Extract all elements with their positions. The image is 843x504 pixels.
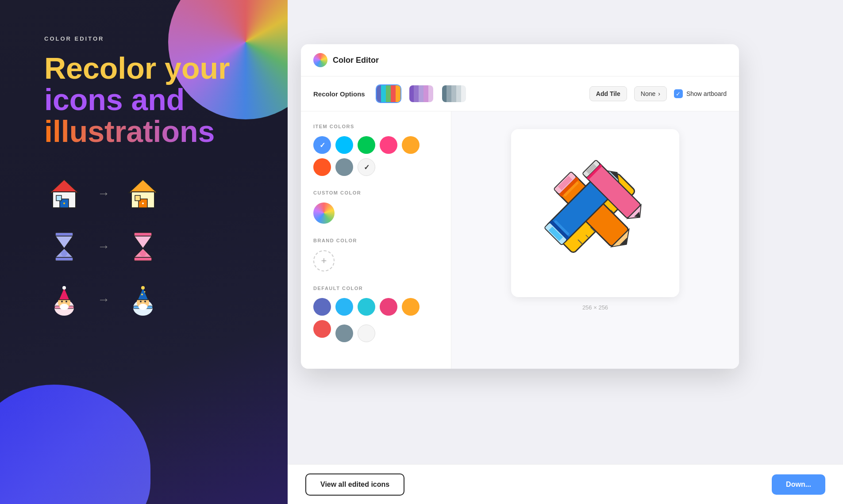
default-swatch-gray[interactable] xyxy=(335,325,353,342)
svg-point-19 xyxy=(140,250,146,256)
svg-point-25 xyxy=(61,301,63,302)
none-dropdown[interactable]: None › xyxy=(634,86,667,101)
svg-point-35 xyxy=(140,301,142,302)
custom-color-picker[interactable] xyxy=(313,202,335,224)
svg-rect-10 xyxy=(55,233,73,236)
svg-marker-0 xyxy=(50,179,78,193)
svg-rect-9 xyxy=(135,195,140,201)
preview-size-label: 256 × 256 xyxy=(582,304,608,311)
arrow-3: → xyxy=(97,293,110,307)
bottom-bar: View all edited icons Down... xyxy=(288,464,843,504)
svg-marker-12 xyxy=(55,236,73,248)
custom-color-label: CUSTOM COLOR xyxy=(313,190,439,195)
recolor-option-gray[interactable] xyxy=(441,84,467,103)
window-body: ITEM COLORS CUSTOM COLOR BRAND COLOR + xyxy=(301,111,739,369)
default-swatch-pink[interactable] xyxy=(380,298,397,316)
pencils-ruler-svg xyxy=(524,142,666,284)
window-header: Color Editor xyxy=(301,44,739,76)
swatch-white[interactable] xyxy=(358,158,375,176)
icon-row-hourglass: → xyxy=(44,227,261,267)
brand-color-label: BRAND COLOR xyxy=(313,238,439,243)
svg-marker-5 xyxy=(129,179,157,193)
show-artboard-checkbox[interactable]: ✓ xyxy=(674,89,683,98)
icon-row-house: → xyxy=(44,174,261,214)
icon-house-after xyxy=(123,174,163,214)
default-swatch-blue[interactable] xyxy=(335,298,353,316)
svg-point-26 xyxy=(65,301,67,302)
svg-point-27 xyxy=(60,304,69,310)
swatch-blue[interactable] xyxy=(313,136,331,154)
svg-rect-8 xyxy=(142,202,144,204)
window-toolbar: Recolor Options xyxy=(301,76,739,111)
color-editor-window: Color Editor Recolor Options xyxy=(301,44,739,369)
chevron-right-icon: › xyxy=(658,90,660,97)
download-button[interactable]: Down... xyxy=(772,474,825,495)
show-artboard-label: Show artboard xyxy=(686,90,727,97)
svg-point-34 xyxy=(144,291,146,293)
left-panel: COLOR EDITOR Recolor your icons and illu… xyxy=(0,0,288,504)
headline-word-icons-and: icons and xyxy=(44,83,185,116)
color-panel: ITEM COLORS CUSTOM COLOR BRAND COLOR + xyxy=(301,111,451,369)
swatch-orange[interactable] xyxy=(402,136,420,154)
headline: Recolor your icons and illustrations xyxy=(44,53,261,147)
default-swatch-red[interactable] xyxy=(313,320,331,338)
svg-rect-11 xyxy=(55,257,73,261)
svg-point-32 xyxy=(141,286,145,290)
view-all-edited-icons-button[interactable]: View all edited icons xyxy=(305,473,404,496)
right-panel: Color Editor Recolor Options xyxy=(288,0,843,504)
show-artboard-wrap[interactable]: ✓ Show artboard xyxy=(674,89,727,98)
swatch-pink[interactable] xyxy=(380,136,397,154)
svg-point-14 xyxy=(61,250,67,256)
icon-examples: → xyxy=(44,174,261,320)
svg-rect-16 xyxy=(134,257,152,261)
recolor-option-purple[interactable] xyxy=(408,84,434,103)
headline-word-illustrations: illustrations xyxy=(44,115,215,148)
icon-wizard-after xyxy=(123,280,163,320)
default-swatch-teal[interactable] xyxy=(358,298,375,316)
swatch-cyan[interactable] xyxy=(335,136,353,154)
headline-word-recolor: Recolor your xyxy=(44,51,230,85)
recolor-option-multicolor[interactable] xyxy=(376,84,401,103)
icon-wizard-before xyxy=(44,280,84,320)
swatch-gray[interactable] xyxy=(335,158,353,176)
item-colors-swatches xyxy=(313,136,439,176)
icon-hourglass-before xyxy=(44,227,84,267)
blue-blob-decoration xyxy=(0,385,150,504)
default-colors-swatches xyxy=(313,298,439,342)
add-brand-color-button[interactable]: + xyxy=(313,250,335,271)
default-swatch-white[interactable] xyxy=(358,325,375,342)
window-logo xyxy=(313,53,327,67)
recolor-options-label: Recolor Options xyxy=(313,90,365,98)
default-swatch-indigo[interactable] xyxy=(313,298,331,316)
svg-point-33 xyxy=(141,294,143,295)
window-title: Color Editor xyxy=(333,56,379,65)
default-swatch-orange[interactable] xyxy=(402,298,420,316)
add-tile-button[interactable]: Add Tile xyxy=(589,86,627,101)
svg-rect-3 xyxy=(63,202,65,204)
svg-rect-15 xyxy=(134,233,152,236)
svg-point-24 xyxy=(62,286,66,290)
preview-panel: 256 × 256 xyxy=(451,111,739,369)
color-editor-label: COLOR EDITOR xyxy=(44,35,261,42)
swatch-green[interactable] xyxy=(358,136,375,154)
arrow-1: → xyxy=(97,187,110,201)
item-colors-label: ITEM COLORS xyxy=(313,124,439,129)
icon-preview-box xyxy=(511,129,679,297)
icon-hourglass-after xyxy=(123,227,163,267)
default-color-label: DEFAULT COLOR xyxy=(313,286,439,291)
icon-house-before xyxy=(44,174,84,214)
svg-point-36 xyxy=(144,301,146,302)
arrow-2: → xyxy=(97,240,110,254)
svg-rect-4 xyxy=(56,195,62,201)
none-label: None xyxy=(641,90,655,97)
svg-marker-17 xyxy=(134,236,152,248)
svg-point-37 xyxy=(139,304,147,310)
icon-row-wizard: → xyxy=(44,280,261,320)
swatch-red[interactable] xyxy=(313,158,331,176)
